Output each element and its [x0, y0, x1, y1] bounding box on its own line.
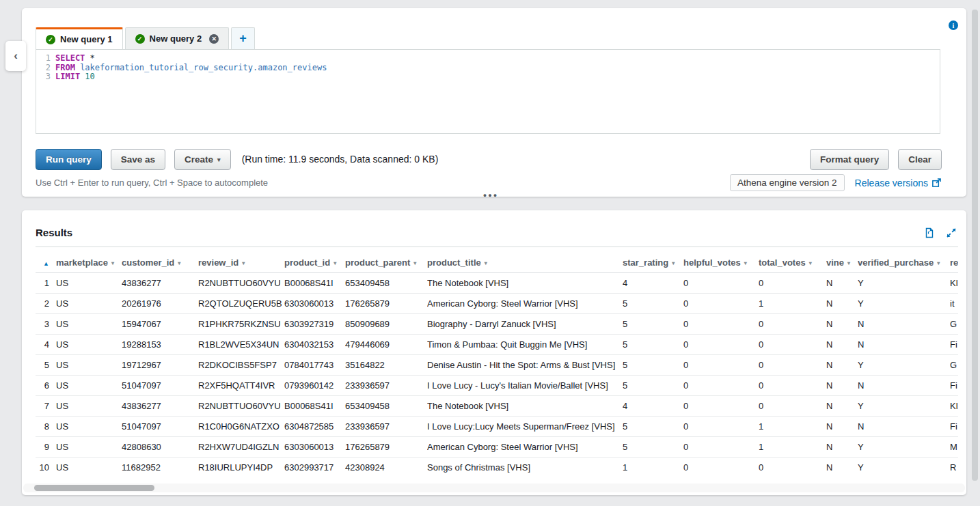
table-cell: R1C0H0G6NATZXO	[198, 417, 284, 437]
column-header-customer_id[interactable]: customer_id▾	[122, 253, 198, 273]
create-dropdown-button[interactable]: Create▾	[174, 149, 231, 170]
info-icon[interactable]: i	[949, 20, 958, 30]
table-cell: 0793960142	[284, 376, 345, 396]
table-cell: B00068S41I	[284, 273, 345, 294]
plus-icon: +	[239, 31, 247, 46]
table-cell: 0	[683, 417, 759, 437]
table-cell: 0	[683, 273, 759, 294]
run-query-button[interactable]: Run query	[36, 149, 102, 170]
horizontal-scrollbar-thumb[interactable]	[34, 485, 154, 491]
table-cell: R2NUBTTUO60VYU	[198, 396, 284, 417]
sql-editor[interactable]: 1SELECT *2FROM lakeformation_tutorial_ro…	[36, 49, 940, 134]
save-as-button[interactable]: Save as	[111, 149, 165, 170]
table-cell: R2HXW7UD4IGZLN	[198, 437, 284, 458]
new-tab-button[interactable]: +	[231, 27, 255, 49]
column-header-re[interactable]: re▾	[950, 253, 958, 273]
table-cell: 6303927319	[284, 314, 345, 335]
table-cell: Songs of Christmas [VHS]	[427, 458, 623, 477]
table-cell: N	[826, 396, 858, 417]
column-filter-icon[interactable]: ▾	[809, 260, 812, 266]
column-header-review_id[interactable]: review_id▾	[198, 253, 284, 273]
table-cell: 6303060013	[284, 294, 345, 314]
left-panel-collapse-button[interactable]: ‹	[5, 41, 26, 71]
table-cell: 0	[683, 335, 759, 355]
table-cell: 0	[683, 294, 759, 314]
table-cell: US	[56, 417, 122, 437]
column-filter-icon[interactable]: ▾	[111, 260, 114, 266]
vertical-scrollbar[interactable]	[972, 10, 978, 496]
table-cell: Timon & Pumbaa: Quit Buggin Me [VHS]	[427, 335, 623, 355]
tab-new-query-2[interactable]: ✓ New query 2 ✕	[125, 27, 230, 49]
table-cell: 43836277	[122, 273, 198, 294]
results-panel: Results ▲marketplace▾customer_id▾review_…	[22, 210, 966, 495]
table-cell: Biography - Darryl Zanuck [VHS]	[427, 314, 623, 335]
horizontal-scrollbar[interactable]	[23, 483, 965, 492]
table-cell: 0	[759, 458, 826, 477]
clear-button[interactable]: Clear	[898, 149, 942, 170]
table-cell: 176265879	[345, 437, 427, 458]
column-filter-icon[interactable]: ▾	[937, 260, 940, 266]
table-cell: US	[56, 396, 122, 417]
table-cell: 5	[623, 376, 683, 396]
engine-version-badge[interactable]: Athena engine version 2	[730, 174, 845, 191]
engine-version-row: Athena engine version 2 Release versions	[730, 174, 942, 191]
tab-new-query-1[interactable]: ✓ New query 1	[36, 27, 123, 49]
table-cell: 6303060013	[284, 437, 345, 458]
table-cell: 20261976	[122, 294, 198, 314]
column-header-total_votes[interactable]: total_votes▾	[759, 253, 826, 273]
column-header-helpful_votes[interactable]: helpful_votes▾	[683, 253, 759, 273]
column-header-product_title[interactable]: product_title▾	[427, 253, 623, 273]
close-tab-icon[interactable]: ✕	[209, 34, 219, 44]
table-cell: Fi	[950, 335, 958, 355]
table-cell: N	[826, 273, 858, 294]
table-cell: Y	[858, 437, 950, 458]
divider	[36, 247, 958, 247]
download-results-icon[interactable]	[924, 227, 935, 238]
table-cell: Denise Austin - Hit the Spot: Arms & Bus…	[427, 355, 623, 376]
table-cell: 0784017743	[284, 355, 345, 376]
column-header-star_rating[interactable]: star_rating▾	[623, 253, 683, 273]
table-row: 7US43836277R2NUBTTUO60VYUB00068S41I65340…	[36, 396, 958, 417]
column-header-vine[interactable]: vine▾	[826, 253, 858, 273]
table-cell: 11682952	[122, 458, 198, 477]
table-header-row: ▲marketplace▾customer_id▾review_id▾produ…	[36, 253, 958, 273]
column-filter-icon[interactable]: ▾	[242, 260, 245, 266]
table-cell: R18IURLUPYI4DP	[198, 458, 284, 477]
table-cell: it	[950, 294, 958, 314]
column-header-marketplace[interactable]: marketplace▾	[56, 253, 122, 273]
release-versions-link[interactable]: Release versions	[855, 178, 942, 188]
row-number: 6	[36, 376, 56, 396]
query-editor-panel: i ✓ New query 1 ✓ New query 2 ✕ + 1SELEC…	[22, 8, 966, 197]
table-cell: 51047097	[122, 417, 198, 437]
sort-ascending-icon[interactable]: ▲	[36, 253, 56, 273]
table-cell: Y	[858, 273, 950, 294]
table-row: 8US51047097R1C0H0G6NATZXO630487258523393…	[36, 417, 958, 437]
sql-line: 2FROM lakeformation_tutorial_row_securit…	[36, 64, 940, 73]
column-header-product_parent[interactable]: product_parent▾	[345, 253, 427, 273]
table-cell: I Love Lucy:Lucy Meets Superman/Freez [V…	[427, 417, 623, 437]
runtime-status: (Run time: 11.9 seconds, Data scanned: 0…	[242, 154, 439, 165]
column-filter-icon[interactable]: ▾	[485, 260, 487, 266]
column-filter-icon[interactable]: ▾	[847, 260, 850, 266]
column-filter-icon[interactable]: ▾	[334, 260, 336, 266]
table-cell: 1	[623, 458, 683, 477]
vertical-scrollbar-thumb[interactable]	[972, 10, 978, 481]
table-cell: N	[858, 314, 950, 335]
table-cell: 4	[623, 273, 683, 294]
format-query-button[interactable]: Format query	[810, 149, 889, 170]
column-filter-icon[interactable]: ▾	[413, 260, 416, 266]
column-filter-icon[interactable]: ▾	[744, 260, 747, 266]
table-cell: 653409458	[345, 396, 427, 417]
table-cell: R2DKOCIBS5FSP7	[198, 355, 284, 376]
column-header-product_id[interactable]: product_id▾	[284, 253, 345, 273]
keyboard-hint: Use Ctrl + Enter to run query, Ctrl + Sp…	[36, 178, 268, 188]
panel-resize-handle[interactable]: ●●●	[481, 192, 500, 199]
column-filter-icon[interactable]: ▾	[672, 260, 675, 266]
column-header-verified_purchase[interactable]: verified_purchase▾	[858, 253, 950, 273]
column-filter-icon[interactable]: ▾	[178, 260, 180, 266]
table-cell: 51047097	[122, 376, 198, 396]
expand-results-icon[interactable]	[946, 227, 957, 238]
table-cell: 0	[683, 314, 759, 335]
table-cell: 5	[623, 355, 683, 376]
table-cell: 0	[683, 355, 759, 376]
